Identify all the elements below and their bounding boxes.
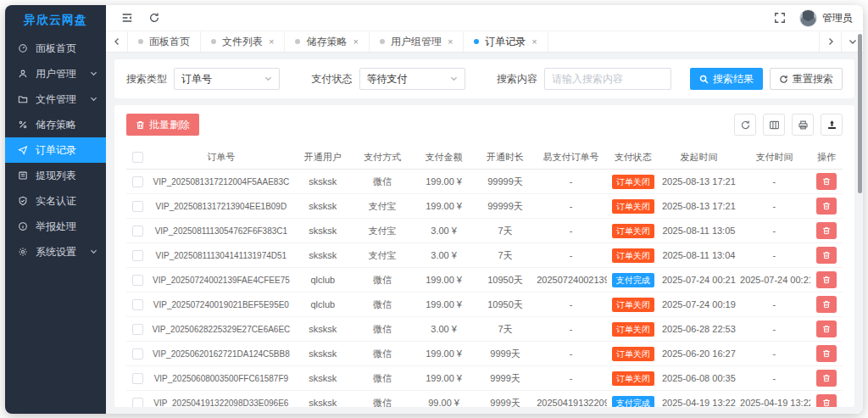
sidebar-item-orders[interactable]: 订单记录 xyxy=(5,137,106,163)
table-row: VIP_202507240019021BEF5E95E0qlclub微信199.… xyxy=(126,293,843,317)
sidebar-item-label: 储存策略 xyxy=(36,118,97,132)
delete-row-button[interactable] xyxy=(816,247,837,264)
column-header: 开通时长 xyxy=(476,146,535,170)
cell-paid-time: 2025-07-24 00:21 xyxy=(738,268,810,293)
cell-created-time: 2025-04-19 13:22 xyxy=(659,391,738,408)
sidebar-item-label: 文件管理 xyxy=(36,92,90,107)
collapse-sidebar-icon[interactable] xyxy=(118,8,136,27)
orders-table-panel: 批量删除 订单号开通用户支付方式支付金额开通时长易支付订单号支付状态发起时间支付… xyxy=(114,105,854,407)
row-checkbox[interactable] xyxy=(132,275,143,286)
sidebar-item-users[interactable]: 用户管理 xyxy=(5,61,106,86)
delete-row-button[interactable] xyxy=(816,370,837,387)
tab-2[interactable]: 储存策略× xyxy=(285,31,369,52)
tab-1[interactable]: 文件列表× xyxy=(201,31,285,52)
cell-created-time: 2025-08-13 17:21 xyxy=(659,194,738,219)
avatar[interactable] xyxy=(799,9,817,27)
cell-actions xyxy=(810,293,843,317)
column-header: 开通用户 xyxy=(293,146,353,170)
tabs-scroll-right-icon[interactable] xyxy=(819,31,841,52)
cell-checkbox xyxy=(126,391,149,408)
row-checkbox[interactable] xyxy=(132,398,143,407)
delete-row-button[interactable] xyxy=(816,320,837,337)
delete-row-button[interactable] xyxy=(816,222,837,239)
pay-status-select[interactable]: 等待支付 xyxy=(359,68,465,90)
batch-delete-button[interactable]: 批量删除 xyxy=(126,114,199,136)
row-checkbox[interactable] xyxy=(132,201,143,212)
sidebar-item-verify[interactable]: 实名认证 xyxy=(5,188,106,214)
admin-name[interactable]: 管理员 xyxy=(822,11,853,25)
row-checkbox[interactable] xyxy=(132,250,143,261)
sidebar-item-files[interactable]: 文件管理 xyxy=(5,86,106,112)
reset-search-button[interactable]: 重置搜索 xyxy=(770,68,843,90)
cell-pay-method: 微信 xyxy=(353,317,412,342)
main-area: 管理员 面板首页文件列表×储存策略×用户组管理×订单记录× 搜索类型 订单号 xyxy=(106,5,863,414)
sidebar-item-withdraw[interactable]: 提现列表 xyxy=(5,163,106,188)
cell-amount: 3.00 ¥ xyxy=(412,219,476,243)
fullscreen-icon[interactable] xyxy=(771,8,789,27)
delete-row-button[interactable] xyxy=(816,198,837,215)
trash-icon xyxy=(822,300,831,309)
row-checkbox[interactable] xyxy=(132,324,143,335)
sidebar-item-storage[interactable]: 储存策略 xyxy=(5,112,106,137)
cell-status: 支付完成 xyxy=(607,391,659,408)
cell-user: qlclub xyxy=(293,293,353,317)
delete-row-button[interactable] xyxy=(816,296,837,313)
cell-status: 订单关闭 xyxy=(607,194,659,219)
scrollbar[interactable] xyxy=(858,34,862,193)
cell-paid-time: - xyxy=(738,194,810,219)
cell-duration: 7天 xyxy=(476,243,535,268)
delete-row-button[interactable] xyxy=(816,271,837,288)
print-button[interactable] xyxy=(792,114,814,136)
search-button[interactable]: 搜索结果 xyxy=(690,68,763,90)
cell-yipay-no: - xyxy=(535,170,607,194)
delete-row-button[interactable] xyxy=(816,394,837,407)
tab-3[interactable]: 用户组管理× xyxy=(370,31,464,52)
sidebar-item-dashboard[interactable]: 面板首页 xyxy=(5,36,106,61)
delete-row-button[interactable] xyxy=(816,345,837,362)
cell-duration: 7天 xyxy=(476,317,535,342)
row-checkbox[interactable] xyxy=(132,348,143,359)
cell-order-no: VIP_20250628225329E27CE6A6EC xyxy=(149,317,293,342)
search-content-input[interactable] xyxy=(544,68,671,90)
tab-close-icon[interactable]: × xyxy=(269,37,274,47)
shield-icon xyxy=(17,195,29,207)
cell-paid-time: - xyxy=(738,219,810,243)
tab-dot xyxy=(474,39,479,44)
tab-close-icon[interactable]: × xyxy=(353,37,358,47)
tab-close-icon[interactable]: × xyxy=(448,37,453,47)
tab-label: 文件列表 xyxy=(222,35,263,49)
row-checkbox[interactable] xyxy=(132,226,143,237)
column-settings-button[interactable] xyxy=(763,114,785,136)
table-toolbar: 批量删除 xyxy=(126,114,843,136)
export-button[interactable] xyxy=(821,114,843,136)
status-badge: 支付完成 xyxy=(612,396,654,408)
tab-0[interactable]: 面板首页 xyxy=(128,31,201,52)
tab-label: 订单记录 xyxy=(485,35,526,49)
tab-4[interactable]: 订单记录× xyxy=(464,31,548,52)
delete-row-button[interactable] xyxy=(816,173,837,190)
cell-checkbox xyxy=(126,268,149,293)
refresh-table-button[interactable] xyxy=(734,114,756,136)
cell-created-time: 2025-06-20 16:27 xyxy=(659,342,738,366)
chevron-down-icon xyxy=(90,246,97,258)
row-checkbox[interactable] xyxy=(132,176,143,187)
search-type-select[interactable]: 订单号 xyxy=(174,68,280,90)
column-header: 支付时间 xyxy=(738,146,810,170)
cell-pay-method: 支付宝 xyxy=(353,194,412,219)
tab-label: 储存策略 xyxy=(306,35,347,49)
print-icon xyxy=(798,120,809,131)
sidebar-menu: 面板首页用户管理文件管理储存策略订单记录提现列表实名认证举报处理系统设置 xyxy=(5,36,106,414)
sidebar-item-settings[interactable]: 系统设置 xyxy=(5,239,106,265)
tab-close-icon[interactable]: × xyxy=(531,37,537,47)
cell-order-no: VIP_2025081113054762F6F383C1 xyxy=(149,219,293,243)
select-all-checkbox[interactable] xyxy=(132,152,143,163)
refresh-page-icon[interactable] xyxy=(145,8,164,27)
sidebar-item-report[interactable]: 举报处理 xyxy=(5,214,106,239)
row-checkbox[interactable] xyxy=(132,299,143,310)
cell-status: 订单关闭 xyxy=(607,170,659,194)
cell-pay-method: 支付宝 xyxy=(353,219,412,243)
tabs-scroll-left-icon[interactable] xyxy=(106,31,128,52)
table-body: VIP_2025081317212004F5AAE83Csksksk微信199.… xyxy=(126,170,843,408)
row-checkbox[interactable] xyxy=(132,373,143,384)
tab-dot xyxy=(295,39,300,44)
